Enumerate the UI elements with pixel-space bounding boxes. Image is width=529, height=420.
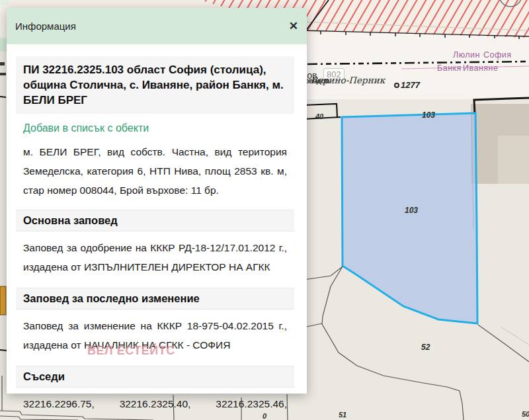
orange-parcel-fragment (0, 286, 6, 315)
edge-fragment (0, 38, 7, 52)
region-label-bankya: Банкя (437, 63, 462, 73)
elevation-point-icon (394, 83, 399, 88)
edge-fragment (0, 350, 7, 351)
region-label-ivanyane: Иваняне (463, 63, 498, 73)
edge-fragment (0, 0, 9, 5)
app-stage: Люлин София Банкя Иваняне лов 802 ковчдо… (0, 0, 529, 420)
railway-name-label: Верино-Перник (311, 75, 385, 85)
section-text-neighbors: 32216.2296.75, 32216.2325.40, 32216.2325… (23, 394, 287, 420)
building-footprint-inner (498, 136, 529, 184)
info-panel-body: ПИ 32216.2325.103 област София (столица)… (7, 44, 307, 420)
section-heading-main-order: Основна заповед (16, 210, 294, 231)
parcel-label-103-center: 103 (405, 206, 418, 215)
info-panel: Информация ✕ ПИ 32216.2325.103 област Со… (7, 8, 307, 394)
edge-fragment (0, 97, 6, 97)
section-text-last-amendment: Заповед за изменение на КККР 18-975-04.0… (23, 316, 287, 355)
add-to-list-link[interactable]: Добави в списък с обекти (23, 122, 149, 134)
parcel-label-51: 51 (339, 411, 346, 419)
region-label-lyulin: Люлин (453, 50, 480, 60)
region-label-sofia: София (483, 50, 512, 60)
parcel-label-50: 50 (522, 410, 529, 418)
info-panel-header: Информация ✕ (7, 8, 307, 44)
edge-fragment (0, 62, 5, 65)
section-text-main-order: Заповед за одобрение на КККР РД-18-12/17… (23, 238, 287, 276)
parcel-label-40: 40 (315, 112, 323, 120)
section-heading-neighbors: Съседи (16, 366, 294, 388)
edge-fragment (0, 73, 6, 75)
panel-title: Информация (15, 21, 76, 32)
property-details: м. БЕЛИ БРЕГ, вид собств. Частна, вид те… (23, 142, 287, 200)
elevation-value: 1277 (401, 80, 420, 90)
elevation-marker: 1277 (394, 80, 420, 90)
section-heading-last-amendment: Заповед за последно изменение (16, 288, 294, 310)
parcel-label-103-top: 103 (422, 110, 435, 120)
parcel-label-52: 52 (421, 343, 430, 352)
property-heading: ПИ 32216.2325.103 област София (столица)… (16, 56, 294, 114)
close-icon[interactable]: ✕ (289, 21, 298, 32)
